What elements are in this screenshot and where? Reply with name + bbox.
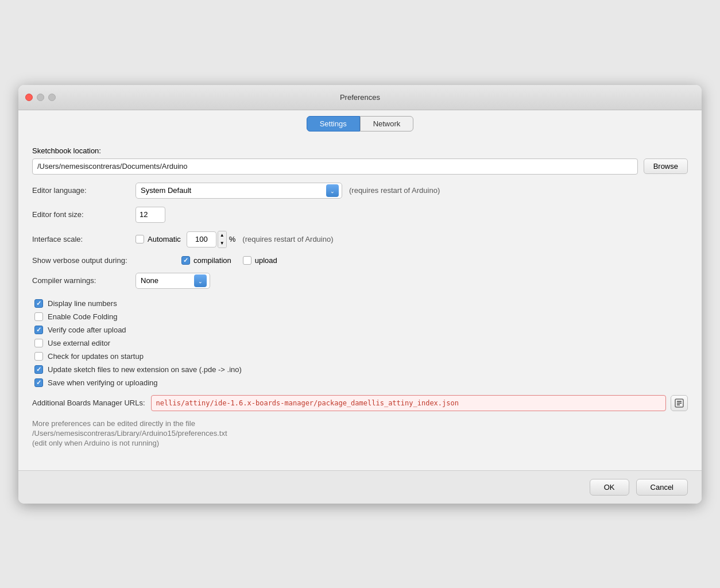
minimize-button[interactable] [37,94,44,101]
font-size-label: Editor font size: [32,210,136,219]
checkbox-row-display-line-numbers: Display line numbers [32,299,688,308]
checkbox-row-verify-code-after-upload: Verify code after upload [32,326,688,334]
additional-boards-label: Additional Boards Manager URLs: [32,399,145,407]
check-updates-checkbox[interactable] [34,352,43,361]
svg-rect-1 [677,401,682,402]
enable-code-folding-label: Enable Code Folding [48,312,117,321]
enable-code-folding-checkbox[interactable] [34,312,43,321]
checkbox-row-check-updates: Check for updates on startup [32,352,688,361]
svg-rect-3 [677,404,680,405]
save-when-verifying-checkbox[interactable] [34,378,43,387]
compiler-warnings-select-wrapper: None [136,273,210,289]
automatic-checkbox[interactable] [136,235,144,243]
font-size-input[interactable] [136,207,165,223]
interface-scale-row: Interface scale: Automatic ▲ ▼ % (requir… [32,231,688,248]
compilation-checkbox-label[interactable]: compilation [181,256,231,265]
tab-network[interactable]: Network [360,116,414,131]
scale-spinner[interactable]: ▲ ▼ [218,231,227,248]
verify-code-label: Verify code after upload [48,326,126,334]
sketchbook-location-label: Sketchbook location: [32,146,688,155]
traffic-lights [25,94,56,101]
titlebar: Preferences [18,85,702,110]
upload-checkbox[interactable] [243,256,251,265]
language-restart-note: (requires restart of Arduino) [349,186,440,195]
preferences-path-line2: /Users/nemesiscontreras/Library/Arduino1… [32,429,688,438]
compiler-warnings-label: Compiler warnings: [32,276,136,285]
editor-language-select[interactable]: System Default [136,183,342,199]
bottom-bar: OK Cancel [18,470,702,504]
compilation-label: compilation [193,256,231,265]
svg-rect-2 [677,403,682,404]
ok-button[interactable]: OK [590,479,629,496]
additional-boards-input[interactable] [151,395,666,411]
expand-boards-button[interactable] [671,395,688,411]
verify-code-checkbox[interactable] [34,326,43,334]
editor-language-row: Editor language: System Default (require… [32,183,688,199]
font-size-row: Editor font size: [32,207,688,223]
expand-icon [675,399,684,408]
external-editor-label: Use external editor [48,339,110,347]
percent-label: % [229,235,236,243]
checkbox-row-enable-code-folding: Enable Code Folding [32,312,688,321]
update-sketch-files-checkbox[interactable] [34,365,43,374]
update-sketch-files-label: Update sketch files to new extension on … [48,365,242,374]
compiler-warnings-select[interactable]: None [136,273,210,289]
preferences-note: (edit only when Arduino is not running) [32,439,688,447]
interface-scale-label: Interface scale: [32,235,136,243]
tab-settings[interactable]: Settings [307,116,360,131]
editor-language-select-wrapper: System Default [136,183,342,199]
save-when-verifying-label: Save when verifying or uploading [48,378,158,387]
automatic-checkbox-label[interactable]: Automatic [136,235,181,243]
upload-label: upload [255,256,277,265]
scale-up-button[interactable]: ▲ [218,231,226,239]
checkbox-row-update-sketch-files: Update sketch files to new extension on … [32,365,688,374]
checkbox-row-save-when-verifying: Save when verifying or uploading [32,378,688,387]
external-editor-checkbox[interactable] [34,339,43,347]
sketchbook-path-input[interactable] [32,158,638,175]
editor-language-label: Editor language: [32,186,136,195]
preferences-path-line1: More preferences can be edited directly … [32,419,688,428]
window-title: Preferences [340,93,380,102]
check-updates-label: Check for updates on startup [48,352,144,361]
settings-content: Sketchbook location: Browse Editor langu… [18,137,702,459]
checkbox-row-use-external-editor: Use external editor [32,339,688,347]
maximize-button[interactable] [48,94,56,101]
additional-boards-row: Additional Boards Manager URLs: [32,395,688,411]
browse-button[interactable]: Browse [644,158,688,174]
display-line-numbers-label: Display line numbers [48,299,117,308]
verbose-output-label: Show verbose output during: [32,256,181,265]
scale-down-button[interactable]: ▼ [218,239,226,247]
cancel-button[interactable]: Cancel [636,479,688,496]
tab-bar: Settings Network [18,116,702,131]
preferences-window: Preferences Settings Network Sketchbook … [18,85,702,504]
scale-restart-note: (requires restart of Arduino) [242,235,333,243]
close-button[interactable] [25,94,33,101]
compilation-checkbox[interactable] [181,256,190,265]
display-line-numbers-checkbox[interactable] [34,299,43,308]
verbose-output-row: Show verbose output during: compilation … [32,256,688,265]
automatic-label: Automatic [148,235,181,243]
upload-checkbox-label[interactable]: upload [243,256,277,265]
compiler-warnings-row: Compiler warnings: None [32,273,688,289]
sketchbook-row: Browse [32,158,688,175]
checkboxes-section: Display line numbers Enable Code Folding… [32,299,688,387]
scale-value-input[interactable] [187,231,216,247]
